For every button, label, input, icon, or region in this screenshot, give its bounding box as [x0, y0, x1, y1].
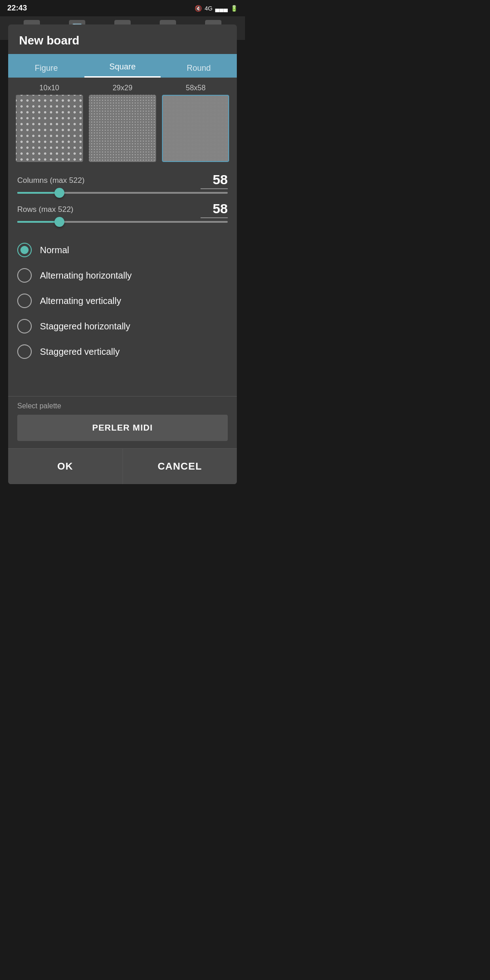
rows-value: 58	[201, 201, 228, 218]
grid-label-10x10: 10x10	[39, 84, 59, 92]
sliders-section: Columns (max 522) 58 Rows (max 522) 58	[8, 165, 237, 234]
grid-label-58x58: 58x58	[186, 84, 206, 92]
rows-label: Rows (max 522)	[17, 205, 74, 214]
grid-label-29x29: 29x29	[113, 84, 132, 92]
columns-fill	[17, 192, 59, 194]
radio-label-alt-v: Alternating vertically	[40, 296, 121, 306]
radio-circle-stag-v	[17, 344, 32, 359]
grid-option-29x29[interactable]: 29x29	[89, 84, 156, 162]
new-board-dialog: New board Figure Square Round 10x10 29x2…	[8, 24, 237, 484]
columns-value: 58	[201, 172, 228, 189]
radio-stag-v[interactable]: Staggered vertically	[17, 339, 228, 364]
select-palette-label: Select palette	[17, 402, 228, 410]
tab-figure[interactable]: Figure	[8, 59, 84, 78]
radio-label-stag-v: Staggered vertically	[40, 347, 120, 357]
spacer	[8, 369, 237, 396]
radio-alt-h[interactable]: Alternating horizontally	[17, 263, 228, 288]
grid-preview-29x29	[89, 95, 156, 162]
radio-circle-normal	[17, 243, 32, 257]
radio-label-stag-h: Staggered horizontally	[40, 321, 130, 332]
grid-option-58x58[interactable]: 58x58	[162, 84, 229, 162]
radio-stag-h[interactable]: Staggered horizontally	[17, 314, 228, 339]
grid-preview-58x58	[162, 95, 229, 162]
rows-header: Rows (max 522) 58	[17, 201, 228, 218]
radio-alt-v[interactable]: Alternating vertically	[17, 288, 228, 314]
radio-dot-normal	[20, 246, 29, 254]
radio-circle-stag-h	[17, 319, 32, 333]
ok-button[interactable]: OK	[8, 449, 123, 484]
tab-round[interactable]: Round	[161, 59, 237, 78]
4g-icon: 4G	[205, 5, 212, 12]
columns-label: Columns (max 522)	[17, 176, 84, 185]
status-time: 22:43	[7, 4, 27, 13]
radio-label-alt-h: Alternating horizontally	[40, 270, 132, 281]
grid-size-options: 10x10 29x29 58x58	[8, 78, 237, 165]
rows-thumb[interactable]	[54, 217, 64, 227]
battery-icon: 🔋	[230, 5, 238, 12]
radio-label-normal: Normal	[40, 245, 69, 255]
columns-thumb[interactable]	[54, 188, 64, 198]
columns-slider-row: Columns (max 522) 58	[17, 172, 228, 194]
radio-section: Normal Alternating horizontally Alternat…	[8, 234, 237, 369]
columns-header: Columns (max 522) 58	[17, 172, 228, 189]
rows-track[interactable]	[17, 221, 228, 223]
cancel-button[interactable]: CANCEL	[123, 449, 237, 484]
status-bar: 22:43 🔇 4G ▄▄▄ 🔋	[0, 0, 245, 16]
rows-slider-row: Rows (max 522) 58	[17, 201, 228, 223]
grid-preview-10x10	[16, 95, 83, 162]
grid-option-10x10[interactable]: 10x10	[16, 84, 83, 162]
dialog-buttons: OK CANCEL	[8, 448, 237, 484]
signal-icon: ▄▄▄	[215, 5, 228, 12]
tab-square[interactable]: Square	[84, 58, 161, 78]
mute-icon: 🔇	[195, 5, 202, 12]
status-icons: 🔇 4G ▄▄▄ 🔋	[195, 5, 238, 12]
radio-circle-alt-v	[17, 294, 32, 308]
dialog-title: New board	[8, 24, 237, 54]
radio-circle-alt-h	[17, 268, 32, 283]
rows-fill	[17, 221, 59, 223]
radio-normal[interactable]: Normal	[17, 237, 228, 263]
dialog-tabs: Figure Square Round	[8, 54, 237, 78]
palette-button[interactable]: PERLER MIDI	[17, 415, 228, 441]
select-palette-section: Select palette PERLER MIDI	[8, 396, 237, 443]
columns-track[interactable]	[17, 192, 228, 194]
